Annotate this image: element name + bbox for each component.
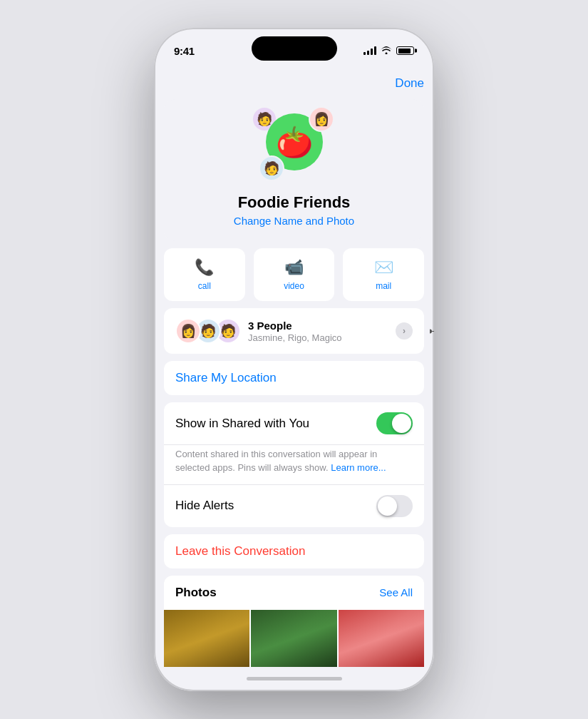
status-icons — [363, 46, 414, 56]
dynamic-island — [252, 36, 337, 61]
chevron-right-icon: › — [403, 326, 406, 336]
show-shared-card: Show in Shared with You Content shared i… — [164, 402, 424, 526]
see-all-button[interactable]: See All — [379, 586, 413, 598]
group-name: Foodie Friends — [175, 193, 413, 212]
photo-thumb-3 — [339, 610, 424, 667]
mini-avatar-3: 🧑 — [259, 155, 284, 181]
call-icon: 📞 — [195, 258, 214, 277]
people-row: 👩 🧑 🧑 3 People Jasmine, Rigo, Magico › — [164, 308, 424, 354]
status-bar: 9:41 — [154, 28, 434, 63]
share-location-row[interactable]: Share My Location — [164, 361, 424, 395]
video-icon: 📹 — [284, 258, 304, 277]
action-buttons-section: 📞 call 📹 video ✉️ mail — [164, 248, 424, 301]
home-indicator — [154, 667, 434, 691]
show-shared-description: Content shared in this conversation will… — [164, 445, 424, 484]
group-avatar-emoji: 🍅 — [276, 125, 313, 160]
hide-alerts-toggle[interactable] — [376, 495, 413, 517]
annotation-line-svg — [430, 320, 434, 342]
annotation: Можно добавить илиудалить участников. — [430, 317, 434, 345]
battery-icon — [396, 46, 414, 55]
show-shared-toggle[interactable] — [376, 412, 413, 434]
share-location-label: Share My Location — [175, 371, 277, 385]
show-shared-label: Show in Shared with You — [175, 417, 309, 431]
home-indicator-bar — [247, 677, 342, 680]
leave-conversation-label: Leave this Conversation — [175, 544, 305, 559]
mail-icon: ✉️ — [374, 258, 393, 277]
hide-alerts-toggle-thumb — [378, 496, 397, 516]
share-location-card: Share My Location — [164, 361, 424, 395]
learn-more-link[interactable]: Learn more... — [331, 462, 386, 473]
status-time: 9:41 — [174, 45, 195, 57]
signal-icon — [363, 46, 376, 55]
group-avatar-container: 🧑 🍅 👩 🧑 — [252, 106, 337, 185]
hide-alerts-row: Hide Alerts — [164, 484, 424, 527]
people-names: Jasmine, Rigo, Magico — [248, 332, 396, 343]
people-chevron-button[interactable]: › — [396, 322, 413, 340]
photo-thumb-2 — [251, 610, 336, 667]
video-button[interactable]: 📹 video — [254, 248, 335, 301]
toggle-thumb — [392, 414, 411, 433]
photo-thumb-1 — [164, 610, 249, 667]
people-count: 3 People — [248, 320, 396, 332]
leave-conversation-row[interactable]: Leave this Conversation — [164, 534, 424, 568]
leave-conversation-card: Leave this Conversation — [164, 534, 424, 568]
photos-section: Photos See All — [164, 576, 424, 667]
video-label: video — [284, 281, 304, 291]
person-avatar-1: 👩 — [175, 318, 201, 344]
done-button-container: Done — [164, 71, 424, 99]
call-button[interactable]: 📞 call — [164, 248, 245, 301]
group-info-section: 🧑 🍅 👩 🧑 Foodie Friends Change Name and P… — [164, 99, 424, 241]
action-buttons-row: 📞 call 📹 video ✉️ mail — [164, 248, 424, 301]
done-button[interactable]: Done — [395, 73, 424, 93]
hide-alerts-label: Hide Alerts — [175, 499, 234, 513]
mail-label: mail — [376, 281, 391, 291]
show-shared-row: Show in Shared with You — [164, 402, 424, 445]
people-avatars: 👩 🧑 🧑 — [175, 318, 241, 344]
photos-preview — [164, 610, 424, 667]
phone-frame: 9:41 Done — [154, 28, 434, 690]
photos-header: Photos See All — [164, 576, 424, 610]
mini-avatar-2: 👩 — [309, 106, 334, 132]
mail-button[interactable]: ✉️ mail — [343, 248, 424, 301]
people-section-wrapper: 👩 🧑 🧑 3 People Jasmine, Rigo, Magico › — [164, 308, 424, 354]
call-label: call — [198, 281, 211, 291]
photos-label: Photos — [175, 586, 217, 600]
svg-point-1 — [430, 329, 432, 333]
wifi-icon — [381, 46, 392, 56]
people-info: 3 People Jasmine, Rigo, Magico — [248, 320, 396, 343]
change-name-button[interactable]: Change Name and Photo — [175, 215, 413, 227]
main-content: Done 🧑 🍅 👩 🧑 Foodie Friends Change Name … — [154, 63, 434, 666]
